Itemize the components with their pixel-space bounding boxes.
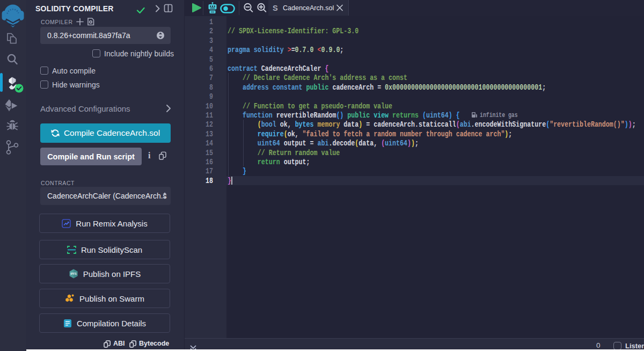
svg-text:S: S: [273, 4, 278, 12]
